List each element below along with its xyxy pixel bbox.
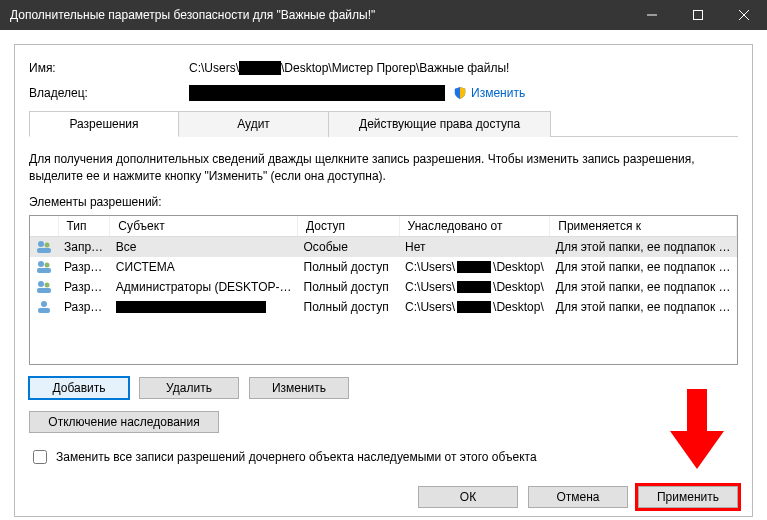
svg-point-5 [45,242,50,247]
edit-button[interactable]: Изменить [249,377,349,399]
group-icon [36,279,52,295]
cancel-button[interactable]: Отмена [528,486,628,508]
redacted-owner [189,85,445,101]
maximize-button[interactable] [675,0,721,30]
col-subject[interactable]: Субъект [110,216,298,237]
remove-button[interactable]: Удалить [139,377,239,399]
table-row[interactable]: Запр… Все Особые Нет Для этой папки, ее … [30,236,737,257]
svg-rect-14 [38,308,50,313]
owner-field-row: Владелец: Изменить [29,85,738,101]
user-icon [36,299,52,315]
group-icon [36,259,52,275]
window-title: Дополнительные параметры безопасности дл… [10,8,375,22]
tab-audit[interactable]: Аудит [179,111,329,137]
svg-rect-1 [694,11,703,20]
svg-point-13 [41,301,47,307]
col-applies[interactable]: Применяется к [550,216,737,237]
redacted-path [457,261,491,273]
table-header-row: Тип Субъект Доступ Унаследовано от Приме… [30,216,737,237]
minimize-button[interactable] [629,0,675,30]
elements-label: Элементы разрешений: [29,195,738,209]
close-button[interactable] [721,0,767,30]
name-value: C:\Users\\Desktop\Мистер Прогер\Важные ф… [189,61,509,75]
svg-point-11 [45,282,50,287]
owner-value: Изменить [189,85,525,101]
owner-label: Владелец: [29,86,189,100]
name-label: Имя: [29,61,189,75]
dialog-button-row: ОК Отмена Применить [418,486,738,508]
inherit-button-row: Отключение наследования [29,411,738,433]
redacted-path [457,301,491,313]
col-inherit[interactable]: Унаследовано от [399,216,550,237]
svg-rect-12 [37,288,51,293]
description-text: Для получения дополнительных сведений дв… [29,151,738,185]
group-icon [36,239,52,255]
col-type[interactable]: Тип [58,216,110,237]
shield-icon [453,86,467,100]
ok-button[interactable]: ОК [418,486,518,508]
replace-child-row: Заменить все записи разрешений дочернего… [29,447,738,467]
add-button[interactable]: Добавить [29,377,129,399]
tab-permissions[interactable]: Разрешения [29,111,179,137]
table-row[interactable]: Разр… СИСТЕМА Полный доступ C:\Users\\De… [30,257,737,277]
change-owner-link[interactable]: Изменить [453,86,525,100]
name-field-row: Имя: C:\Users\\Desktop\Мистер Прогер\Важ… [29,61,738,75]
dialog-content: Имя: C:\Users\\Desktop\Мистер Прогер\Важ… [14,44,753,517]
redacted-subject [116,301,266,313]
titlebar: Дополнительные параметры безопасности дл… [0,0,767,30]
svg-point-10 [38,281,44,287]
redacted-path [457,281,491,293]
permissions-table[interactable]: Тип Субъект Доступ Унаследовано от Приме… [29,215,738,365]
table-row[interactable]: Разр… Администраторы (DESKTOP-… Полный д… [30,277,737,297]
svg-point-4 [38,241,44,247]
disable-inheritance-button[interactable]: Отключение наследования [29,411,219,433]
redacted-name [239,61,281,75]
action-button-row: Добавить Удалить Изменить [29,377,738,399]
table-row[interactable]: Разр… Полный доступ C:\Users\\Desktop\ Д… [30,297,737,317]
svg-rect-6 [37,248,51,253]
replace-child-label: Заменить все записи разрешений дочернего… [56,450,537,464]
svg-rect-9 [37,268,51,273]
svg-point-7 [38,261,44,267]
col-access[interactable]: Доступ [298,216,400,237]
apply-button[interactable]: Применить [638,486,738,508]
replace-child-checkbox[interactable] [33,450,47,464]
svg-point-8 [45,262,50,267]
tab-strip: Разрешения Аудит Действующие права досту… [29,111,738,137]
tab-effective-access[interactable]: Действующие права доступа [329,111,551,137]
